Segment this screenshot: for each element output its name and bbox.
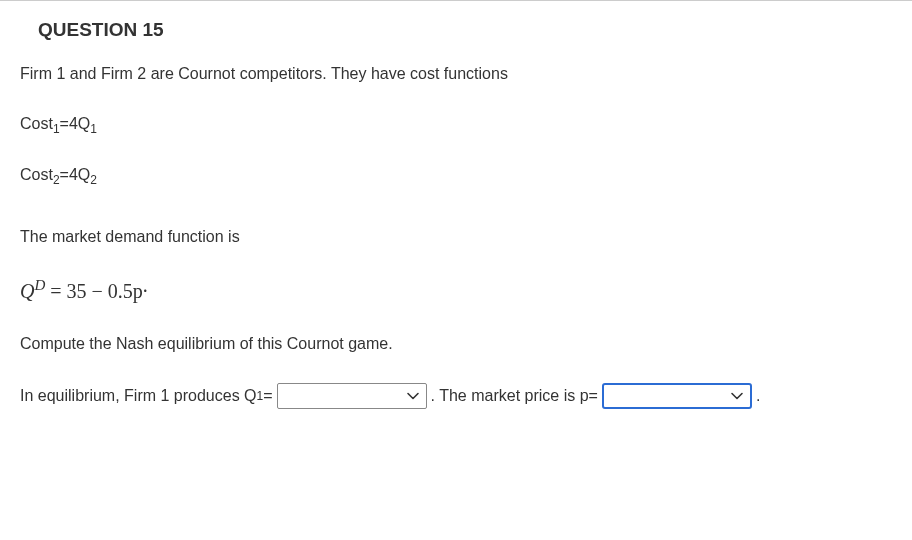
question-title: QUESTION 15 (38, 19, 892, 41)
demand-intro: The market demand function is (20, 226, 892, 248)
cost2-rhs: =4Q (60, 166, 91, 183)
compute-text: Compute the Nash equilibrium of this Cou… (20, 333, 892, 355)
cost2-rhs-sub: 2 (90, 173, 97, 187)
cost1-label: Cost (20, 115, 53, 132)
cost2-equation: Cost2=4Q2 (20, 164, 892, 186)
demand-dot: · (143, 280, 148, 302)
price-dropdown[interactable] (602, 383, 752, 409)
chevron-down-icon (406, 389, 420, 403)
ans-trailing-dot: . (756, 385, 760, 407)
cost2-label: Cost (20, 166, 53, 183)
cost2-sub: 2 (53, 173, 60, 187)
cost1-equation: Cost1=4Q1 (20, 113, 892, 135)
demand-equation: QD = 35 − 0.5p· (20, 277, 892, 305)
demand-Q: Q (20, 280, 34, 302)
chevron-down-icon (730, 389, 744, 403)
cost1-rhs: =4Q (60, 115, 91, 132)
answer-row: In equilibrium, Firm 1 produces Q1= . Th… (20, 383, 892, 409)
demand-rhs: = 35 − 0.5p (45, 280, 143, 302)
cost1-sub: 1 (53, 123, 60, 137)
demand-sup: D (34, 277, 45, 293)
ans-part2-prefix: . The market price is p= (431, 385, 598, 407)
q1-dropdown[interactable] (277, 383, 427, 409)
ans-part1-eq: = (263, 385, 272, 407)
cost1-rhs-sub: 1 (90, 123, 97, 137)
ans-part1: In equilibrium, Firm 1 produces Q (20, 385, 257, 407)
intro-text: Firm 1 and Firm 2 are Cournot competitor… (20, 63, 892, 85)
